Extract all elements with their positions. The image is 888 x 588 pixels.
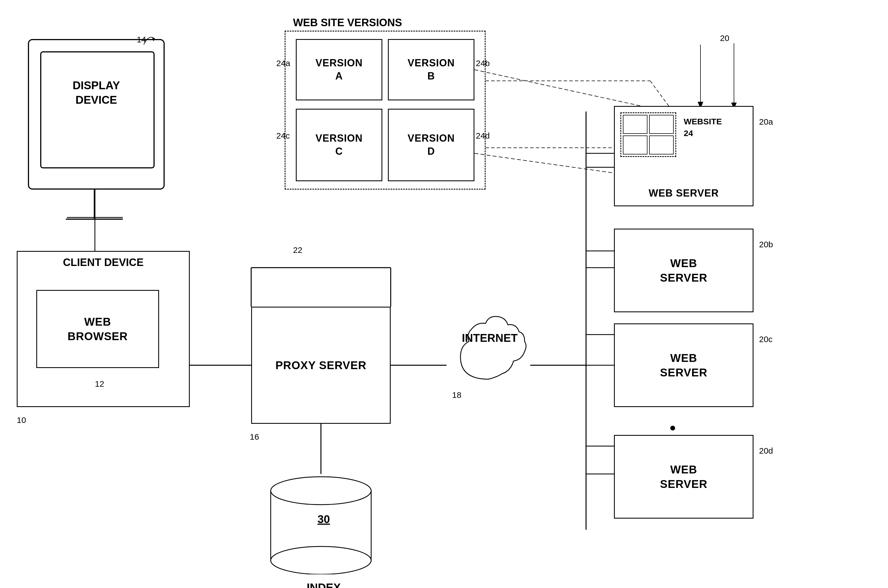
monitor-stand-neck [94,189,95,220]
ref-20d: 20d [759,446,773,456]
monitor-stand-base [66,219,123,220]
proxy-server-box: PROXY SERVER [251,307,391,424]
web-site-versions-label: WEB SITE VERSIONS [293,17,402,29]
ref-20b: 20b [759,240,773,249]
website-24-grid [620,112,676,157]
ref-24c: 24c [276,131,290,141]
ref-14-arrow [141,31,158,47]
index-label: INDEX [284,581,363,588]
web-server-20b-box: WEBSERVER [614,229,754,312]
version-c-box: VERSIONC [296,109,382,181]
ref-20: 20 [720,33,729,43]
web-server-20d-box: WEBSERVER [614,435,754,519]
version-a-box: VERSIONA [296,39,382,100]
ref-10: 10 [17,416,26,425]
ref-24d: 24d [476,131,490,141]
version-d-box: VERSIOND [388,109,474,181]
svg-point-41 [271,546,371,574]
client-device-label: CLIENT DEVICE [22,256,184,268]
ref-20a: 20a [759,117,773,127]
proxy-server-bracket-label: 22 [293,245,302,255]
web-browser-box: WEBBROWSER [36,290,159,368]
internet-label: INTERNET [448,332,531,344]
ref-24a: 24a [276,58,290,68]
svg-point-40 [271,477,371,505]
ref-16: 16 [250,432,259,442]
web-server-20c-box: WEBSERVER [614,323,754,407]
website-24-label: WEBSITE24 [684,116,722,139]
ref-12: 12 [95,379,104,388]
index-number: 30 [301,513,346,525]
ref-18: 18 [452,390,461,400]
diagram: WEB SITE VERSIONS VERSIONA VERSIONB VERS… [0,0,888,588]
web-server-20a-label: WEB SERVER [615,187,753,200]
monitor-outer [28,39,165,190]
ref-24b: 24b [476,58,490,68]
version-b-box: VERSIONB [388,39,474,100]
ref-20c: 20c [759,334,772,344]
display-device-label: DISPLAYDEVICE [36,78,156,107]
monitor-screen [40,51,155,168]
